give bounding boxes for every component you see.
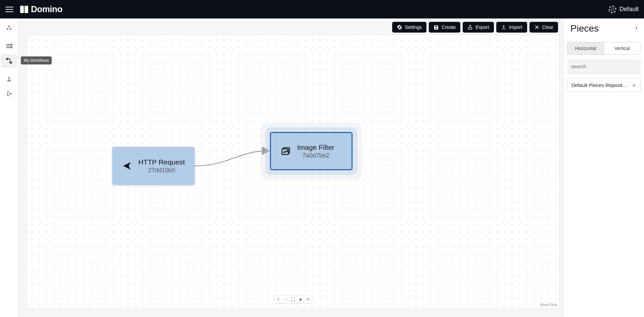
svg-rect-19: [300, 299, 302, 301]
svg-rect-10: [6, 58, 8, 60]
svg-point-1: [8, 26, 10, 27]
logout-icon: [6, 91, 12, 97]
clear-label: Clear: [542, 25, 553, 30]
node-title: Image Filter: [297, 143, 334, 151]
sidebar-item-my-workflows[interactable]: [1, 39, 17, 53]
menu-button[interactable]: [5, 5, 13, 13]
shuffle-icon: [306, 297, 310, 301]
pieces-search-input[interactable]: [567, 59, 641, 74]
svg-point-7: [12, 44, 12, 45]
close-icon: [534, 25, 540, 30]
zoom-out-button[interactable]: −: [282, 296, 289, 303]
svg-point-3: [10, 28, 11, 30]
flow-canvas[interactable]: HTTP Request 27dd10b0 Image Filter 7a0d7…: [27, 35, 559, 308]
lock-icon: [299, 297, 302, 301]
svg-point-12: [8, 77, 10, 79]
canvas-background: [27, 35, 559, 308]
node-image-filter[interactable]: Image Filter 7a0d7be2: [270, 132, 353, 170]
svg-point-0: [611, 8, 614, 11]
create-button[interactable]: Create: [429, 22, 460, 33]
settings-button[interactable]: Settings: [392, 22, 427, 33]
orientation-toggle: Horizontal Vertical: [567, 42, 641, 55]
panel-header: Pieces: [567, 23, 641, 37]
settings-label: Settings: [405, 25, 422, 30]
sidebar-item-logout[interactable]: [1, 87, 17, 100]
pieces-panel: Pieces Horizontal Vertical Default Piece…: [563, 18, 644, 317]
flow-controls: + −: [274, 295, 312, 303]
import-label: Import: [509, 25, 522, 30]
node-text: Image Filter 7a0d7be2: [297, 143, 334, 159]
canvas-toolbar: Settings Create Export Import Clear: [392, 22, 558, 33]
node-http-request[interactable]: HTTP Request 27dd10b0: [112, 147, 195, 185]
lock-button[interactable]: [297, 296, 304, 303]
zoom-in-button[interactable]: +: [275, 296, 282, 303]
fit-view-button[interactable]: [289, 296, 297, 303]
workflow-icon: [6, 57, 12, 64]
node-text: HTTP Request 27dd10b0: [138, 158, 185, 174]
repository-select[interactable]: Default Pieces Reposit…: [567, 78, 641, 92]
node-id: 7a0d7be2: [302, 152, 329, 159]
send-icon: [122, 161, 132, 171]
topbar-left: Domino: [5, 4, 62, 14]
export-button[interactable]: Export: [463, 22, 494, 33]
gear-icon: [397, 25, 402, 30]
export-label: Export: [475, 25, 489, 30]
sidebar-tooltip: My Workflows: [21, 56, 52, 64]
create-label: Create: [442, 25, 456, 30]
sidebar: My Workflows: [0, 18, 18, 317]
save-icon: [433, 25, 439, 30]
sidebar-item-workspaces[interactable]: [1, 21, 17, 35]
shuffle-button[interactable]: [304, 296, 312, 303]
topbar: Domino Default: [0, 0, 644, 18]
node-title: HTTP Request: [138, 158, 185, 166]
tab-vertical[interactable]: Vertical: [604, 42, 640, 54]
sidebar-item-workflow-editor[interactable]: [1, 54, 17, 67]
svg-point-8: [12, 46, 12, 46]
import-button[interactable]: Import: [496, 22, 527, 33]
sidebar-item-profile[interactable]: [1, 72, 17, 86]
workspace-selector[interactable]: Default: [609, 6, 639, 13]
workspace-name: Default: [619, 6, 639, 13]
svg-point-2: [7, 28, 8, 30]
node-id: 27dd10b0: [148, 167, 175, 174]
svg-point-9: [12, 47, 12, 48]
canvas-area: Settings Create Export Import Clear: [18, 18, 563, 317]
repository-label: Default Pieces Reposit…: [571, 82, 628, 88]
list-icon: [6, 43, 12, 49]
user-icon: [6, 76, 12, 82]
main: My Workflows Settings Create Export Impo…: [0, 18, 644, 317]
brand-logo[interactable]: Domino: [20, 4, 62, 14]
brand-name: Domino: [31, 4, 62, 14]
chevron-right-icon: [634, 26, 639, 30]
svg-rect-11: [10, 62, 12, 64]
image-stack-icon: [280, 146, 291, 156]
import-icon: [501, 25, 506, 30]
dots-cluster-icon: [6, 25, 12, 31]
clear-button[interactable]: Clear: [530, 22, 558, 33]
panel-title: Pieces: [570, 23, 599, 34]
fit-icon: [291, 297, 295, 301]
flow-attribution: React Flow: [540, 303, 557, 307]
workspace-icon: [609, 6, 616, 13]
tab-horizontal[interactable]: Horizontal: [567, 42, 604, 54]
collapse-panel-button[interactable]: [634, 26, 639, 32]
svg-rect-13: [468, 28, 472, 29]
export-icon: [467, 25, 473, 30]
logo-icon: [20, 6, 28, 13]
chevron-down-icon: [632, 83, 636, 88]
